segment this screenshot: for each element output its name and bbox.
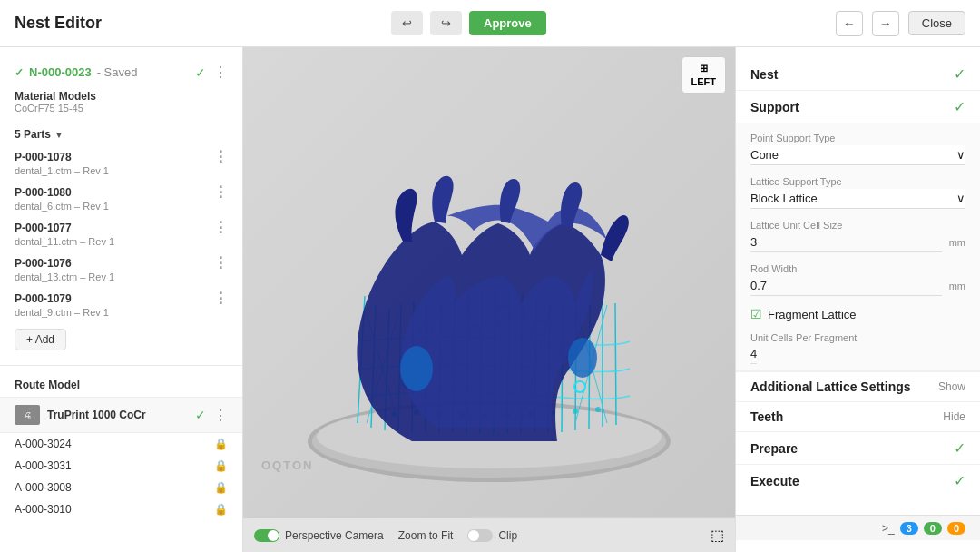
lattice-support-type-group: Lattice Support Type Block Lattice ∨ xyxy=(736,171,980,214)
point-support-select[interactable]: Cone ∨ xyxy=(750,145,965,165)
printer-name: TruPrint 1000 CoCr xyxy=(47,409,188,421)
rod-width-row: 0.7 mm xyxy=(750,276,965,296)
redo-button[interactable]: ↪ xyxy=(430,11,462,35)
undo-button[interactable]: ↩ xyxy=(391,11,423,35)
dental-model-shape xyxy=(357,176,629,441)
part-file: dental_11.ctm – Rev 1 xyxy=(15,236,228,247)
support-section-header: Support ✓ xyxy=(736,91,980,123)
dots-menu-icon[interactable]: ⋮ xyxy=(213,64,228,81)
main-layout: ✓ N-000-0023 - Saved ✓ ⋮ Material Models… xyxy=(0,47,980,552)
part-id: P-000-1078 ⋮ xyxy=(15,148,228,165)
approve-button[interactable]: Approve xyxy=(469,11,546,35)
part-menu-icon[interactable]: ⋮ xyxy=(213,254,228,271)
address-item: A-000-3031 🔒 xyxy=(0,455,242,477)
additional-lattice-show-button[interactable]: Show xyxy=(938,380,965,393)
left-view-label: LEFT xyxy=(691,76,717,87)
point-support-chevron-icon: ∨ xyxy=(956,148,965,162)
part-menu-icon[interactable]: ⋮ xyxy=(213,183,228,201)
close-button[interactable]: Close xyxy=(908,11,965,35)
part-id-text: P-000-1078 xyxy=(15,151,72,163)
terminal-icon[interactable]: >_ xyxy=(882,522,895,535)
part-menu-icon[interactable]: ⋮ xyxy=(213,290,228,307)
point-support-value: Cone xyxy=(750,148,779,162)
nest-item: ✓ N-000-0023 - Saved ✓ ⋮ xyxy=(0,58,242,86)
material-section: Material Models CoCrF75 15-45 xyxy=(0,86,242,121)
fragment-lattice-label: Fragment Lattice xyxy=(768,308,857,321)
sidebar: ✓ N-000-0023 - Saved ✓ ⋮ Material Models… xyxy=(0,47,243,552)
scene-svg xyxy=(267,60,711,505)
fragment-lattice-checkbox-icon[interactable]: ☑ xyxy=(750,307,762,321)
teeth-section-header[interactable]: Teeth Hide xyxy=(736,402,980,431)
list-item: P-000-1078 ⋮ dental_1.ctm – Rev 1 xyxy=(0,144,242,180)
execute-section-title: Execute xyxy=(750,474,799,488)
lattice-unit-cell-row: 3 mm xyxy=(750,232,965,252)
lock-icon: 🔒 xyxy=(214,503,228,516)
lattice-support-select[interactable]: Block Lattice ∨ xyxy=(750,189,965,209)
rod-width-unit: mm xyxy=(949,281,965,291)
part-id-text: P-000-1077 xyxy=(15,222,72,234)
camera-toggle[interactable] xyxy=(254,529,279,542)
status-bar: >_ 3 0 0 xyxy=(736,515,980,540)
nest-section-title: Nest xyxy=(750,67,778,82)
address-item: A-000-3010 🔒 xyxy=(0,498,242,520)
additional-lattice-title: Additional Lattice Settings xyxy=(750,380,911,394)
left-view-button[interactable]: ⊞ LEFT xyxy=(681,56,727,94)
app-title: Nest Editor xyxy=(15,14,102,33)
nest-section-header: Nest ✓ xyxy=(736,58,980,90)
material-sub: CoCrF75 15-45 xyxy=(15,103,228,113)
part-menu-icon[interactable]: ⋮ xyxy=(213,148,228,165)
right-panel: Nest ✓ Support ✓ Point Support Type Cone… xyxy=(735,47,980,552)
part-file: dental_1.ctm – Rev 1 xyxy=(15,165,228,176)
prepare-section-header: Prepare ✓ xyxy=(736,432,980,464)
clip-item[interactable]: Clip xyxy=(467,529,517,542)
unit-cells-per-fragment-value[interactable]: 4 xyxy=(750,344,757,364)
lattice-unit-cell-unit: mm xyxy=(949,237,965,248)
printer-menu-icon[interactable]: ⋮ xyxy=(213,407,228,424)
status-badge-blue: 3 xyxy=(900,522,918,535)
header-center-actions: ↩ ↪ Approve xyxy=(391,11,546,35)
list-item: P-000-1076 ⋮ dental_13.ctm – Rev 1 xyxy=(0,251,242,286)
zoom-fit-item[interactable]: Zoom to Fit xyxy=(398,529,454,542)
lattice-unit-cell-value[interactable]: 3 xyxy=(750,232,942,252)
part-id: P-000-1077 ⋮ xyxy=(15,219,228,236)
header: Nest Editor ↩ ↪ Approve ← → Close xyxy=(0,0,980,47)
part-file: dental_9.ctm – Rev 1 xyxy=(15,307,228,318)
lock-icon: 🔒 xyxy=(214,438,228,450)
rod-width-value[interactable]: 0.7 xyxy=(750,276,942,296)
address-label: A-000-3010 xyxy=(15,503,72,516)
parts-list: P-000-1078 ⋮ dental_1.ctm – Rev 1 P-000-… xyxy=(0,144,242,321)
teeth-section-title: Teeth xyxy=(750,409,783,424)
parts-arrow-icon: ▼ xyxy=(54,130,64,140)
lattice-unit-cell-group: Lattice Unit Cell Size 3 mm xyxy=(736,214,980,258)
address-label: A-000-3031 xyxy=(15,459,72,472)
status-badge-green: 0 xyxy=(924,522,942,535)
point-support-label: Point Support Type xyxy=(750,133,965,143)
forward-button[interactable]: → xyxy=(872,11,899,36)
lattice-unit-cell-label: Lattice Unit Cell Size xyxy=(750,220,965,231)
printer-item: 🖨 TruPrint 1000 CoCr ✓ ⋮ xyxy=(0,397,242,433)
viewport-toolbar: Perspective Camera Zoom to Fit Clip ⬚ xyxy=(243,518,735,552)
left-view-icon: ⊞ xyxy=(700,63,708,74)
zoom-fit-label: Zoom to Fit xyxy=(398,529,454,542)
viewport: ⊞ LEFT OQTON Perspective Camera Zoom to … xyxy=(243,47,735,552)
teeth-hide-button[interactable]: Hide xyxy=(943,410,965,423)
add-button[interactable]: + Add xyxy=(15,329,66,350)
additional-lattice-header[interactable]: Additional Lattice Settings Show xyxy=(736,372,980,401)
frame-icon: ⬚ xyxy=(710,527,724,544)
point-support-type-group: Point Support Type Cone ∨ xyxy=(736,127,980,171)
lattice-support-value: Block Lattice xyxy=(750,192,818,205)
nest-id-label: ✓ N-000-0023 - Saved xyxy=(15,65,137,79)
camera-toggle-item[interactable]: Perspective Camera xyxy=(254,529,384,542)
rod-width-group: Rod Width 0.7 mm xyxy=(736,258,980,301)
parts-header: 5 Parts ▼ xyxy=(0,121,242,144)
route-model-title: Route Model xyxy=(0,373,242,397)
lock-icon: 🔒 xyxy=(214,459,228,472)
nest-id[interactable]: N-000-0023 xyxy=(29,65,92,79)
viewport-canvas[interactable]: ⊞ LEFT OQTON xyxy=(243,47,735,518)
part-file: dental_13.ctm – Rev 1 xyxy=(15,271,228,282)
list-item: P-000-1077 ⋮ dental_11.ctm – Rev 1 xyxy=(0,215,242,251)
part-id: P-000-1079 ⋮ xyxy=(15,290,228,307)
back-button[interactable]: ← xyxy=(836,11,863,36)
clip-toggle[interactable] xyxy=(467,529,493,542)
part-menu-icon[interactable]: ⋮ xyxy=(213,219,228,236)
